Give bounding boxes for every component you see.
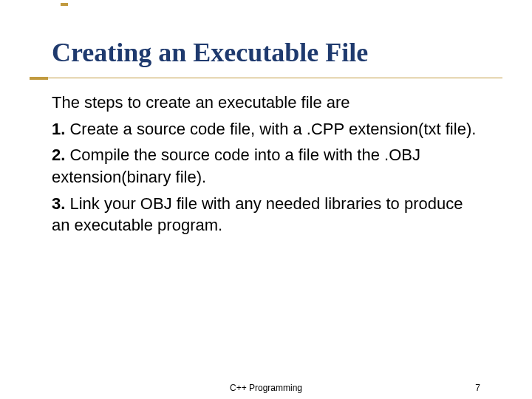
intro-text: The steps to create an executable file a… [52, 92, 480, 114]
slide-content: The steps to create an executable file a… [52, 92, 480, 236]
step-text: Compile the source code into a file with… [52, 146, 420, 186]
slide: Creating an Executable File The steps to… [0, 0, 532, 399]
corner-decoration [61, 3, 68, 6]
step-number: 3. [52, 194, 65, 213]
step-number: 2. [52, 146, 65, 164]
step-item: 3. Link your OBJ file with any needed li… [52, 193, 480, 236]
step-number: 1. [52, 120, 65, 138]
footer-center-text: C++ Programming [230, 383, 302, 393]
step-text: Create a source code file, with a .CPP e… [65, 120, 476, 138]
step-item: 1. Create a source code file, with a .CP… [52, 118, 480, 140]
slide-title: Creating an Executable File [52, 37, 480, 68]
page-number: 7 [475, 383, 480, 393]
step-text: Link your OBJ file with any needed libra… [52, 194, 463, 235]
step-item: 2. Compile the source code into a file w… [52, 144, 480, 188]
